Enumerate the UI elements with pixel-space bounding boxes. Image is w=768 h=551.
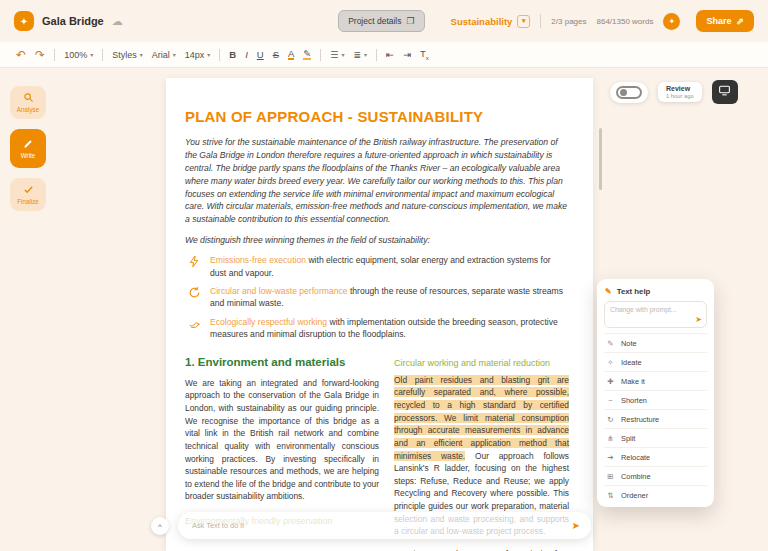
- toggle-track[interactable]: [616, 86, 642, 99]
- stage-analyse-button[interactable]: Analyse: [10, 86, 46, 119]
- project-details-button[interactable]: Project details ❐: [338, 10, 424, 32]
- menu-item-combine[interactable]: ⊞Combine: [604, 466, 707, 485]
- menu-item-label: Ordener: [621, 491, 648, 500]
- cloud-sync-icon: ☁: [112, 15, 123, 28]
- menu-item-ideate[interactable]: ✧Ideate: [604, 352, 707, 371]
- text-color-button[interactable]: A: [288, 49, 294, 61]
- menu-item-split[interactable]: ⋔Split: [604, 428, 707, 447]
- menu-item-shorten[interactable]: −Shorten: [604, 390, 707, 409]
- divider: [320, 49, 321, 61]
- strikethrough-button[interactable]: S: [273, 50, 279, 60]
- menu-item-note[interactable]: ✎Note: [604, 333, 707, 352]
- chevron-down-icon: ▾: [341, 51, 344, 58]
- review-label: Review: [666, 85, 690, 92]
- sparkle-icon: ✦: [669, 17, 676, 26]
- undo-button[interactable]: ↶: [16, 49, 26, 61]
- menu-item-make-it[interactable]: ✚Make it: [604, 371, 707, 390]
- text-help-icon: ✎: [605, 287, 612, 296]
- panel-header: ✎ Text help: [604, 286, 707, 301]
- chevron-down-icon: ▾: [207, 51, 210, 58]
- relocate-icon: ➔: [606, 453, 615, 462]
- magnifier-icon: [23, 92, 34, 103]
- theme-item: Emissions-free execution with electric e…: [188, 254, 569, 279]
- menu-item-label: Restructure: [621, 415, 659, 424]
- underline-button[interactable]: U: [257, 50, 264, 60]
- italic-button[interactable]: I: [245, 50, 248, 60]
- redo-button[interactable]: ↷: [35, 49, 45, 61]
- stage-label: Finalize: [17, 198, 39, 205]
- scrollbar-thumb[interactable]: [599, 128, 602, 190]
- theme-list: Emissions-free execution with electric e…: [185, 254, 569, 341]
- ai-badge[interactable]: ✦: [663, 13, 680, 30]
- formatting-toolbar: ↶ ↷ 100%▾ Styles▾ Arial▾ 14px▾ B I U S A…: [0, 42, 768, 68]
- themes-intro: We distinguish three winning themes in t…: [185, 234, 569, 247]
- review-controls: Review 1 hour ago: [610, 80, 738, 104]
- zap-icon: [188, 255, 201, 268]
- words-counter: 864/1350 words: [597, 17, 654, 26]
- align-button[interactable]: ≣▾: [353, 50, 367, 60]
- section-selector[interactable]: Sustainability ▾: [451, 15, 531, 28]
- divider: [102, 49, 103, 61]
- lightbulb-icon: ✧: [606, 358, 615, 367]
- section-heading: 1. Environment and materials: [185, 356, 379, 368]
- stage-write-button[interactable]: Write: [10, 129, 46, 168]
- prompt-input-wrap: ➤: [604, 301, 707, 328]
- section-selector-label: Sustainability: [451, 16, 513, 27]
- theme-item: Circular and low-waste performance throu…: [188, 285, 569, 310]
- menu-item-restructure[interactable]: ↻Restructure: [604, 409, 707, 428]
- menu-item-label: Relocate: [621, 453, 650, 462]
- share-button[interactable]: Share ⇗: [696, 10, 754, 32]
- zoom-select[interactable]: 100%▾: [64, 50, 93, 60]
- app-logo: ✦: [14, 11, 34, 31]
- bird-icon: [188, 317, 201, 330]
- divider: [540, 14, 541, 28]
- font-size-select[interactable]: 14px▾: [185, 50, 211, 60]
- menu-item-ordener[interactable]: ⇅Ordener: [604, 485, 707, 504]
- collapse-button[interactable]: ^: [151, 517, 169, 535]
- review-button[interactable]: Review 1 hour ago: [658, 82, 702, 102]
- header-left: ✦ Gala Bridge ☁: [14, 11, 338, 31]
- wand-icon: ✚: [606, 377, 615, 386]
- left-paragraph: We are taking an integrated and forward-…: [185, 377, 379, 503]
- chevron-down-icon: ▾: [173, 51, 176, 58]
- shorten-icon: −: [606, 396, 615, 405]
- stage-sidebar: Analyse Write Finalize: [10, 86, 46, 211]
- font-select[interactable]: Arial▾: [152, 50, 176, 60]
- chevron-down-icon[interactable]: ▾: [517, 15, 530, 28]
- review-toggle[interactable]: [610, 82, 648, 103]
- clear-formatting-button[interactable]: Tx: [420, 49, 429, 61]
- divider: [376, 49, 377, 61]
- check-icon: [23, 184, 34, 195]
- divider: [54, 49, 55, 61]
- monitor-icon: [718, 84, 731, 100]
- stage-label: Write: [21, 152, 36, 159]
- highlight-color-button[interactable]: ✎: [303, 49, 311, 61]
- menu-item-label: Ideate: [621, 358, 642, 367]
- sort-icon: ⇅: [606, 491, 615, 500]
- list-style-button[interactable]: ☰▾: [330, 50, 344, 60]
- stage-label: Analyse: [17, 106, 39, 113]
- send-icon[interactable]: ➤: [572, 520, 580, 531]
- toggle-knob[interactable]: [620, 89, 627, 96]
- zoom-value: 100%: [64, 50, 87, 60]
- indent-increase-button[interactable]: ⇥: [403, 50, 411, 60]
- indent-decrease-button[interactable]: ⇤: [386, 50, 394, 60]
- pencil-icon: [23, 138, 34, 149]
- bold-button[interactable]: B: [229, 50, 236, 60]
- doc-title: PLAN OF APPROACH - SUSTAINABILITY: [185, 108, 569, 125]
- document-page[interactable]: PLAN OF APPROACH - SUSTAINABILITY You st…: [166, 78, 593, 551]
- presentation-view-button[interactable]: [712, 80, 738, 104]
- menu-item-relocate[interactable]: ➔Relocate: [604, 447, 707, 466]
- highlighted-text[interactable]: Old paint residues and blasting grit are…: [394, 375, 569, 461]
- project-details-label: Project details: [348, 16, 401, 26]
- review-time: 1 hour ago: [666, 93, 694, 99]
- stage-finalize-button[interactable]: Finalize: [10, 178, 46, 211]
- prompt-input[interactable]: [605, 302, 706, 327]
- menu-item-label: Combine: [621, 472, 651, 481]
- send-prompt-icon[interactable]: ➤: [695, 315, 702, 324]
- ask-input[interactable]: [192, 521, 572, 530]
- font-value: Arial: [152, 50, 170, 60]
- panel-title: Text help: [617, 287, 651, 296]
- theme-lead: Emissions-free execution: [210, 255, 306, 265]
- styles-select[interactable]: Styles▾: [112, 50, 143, 60]
